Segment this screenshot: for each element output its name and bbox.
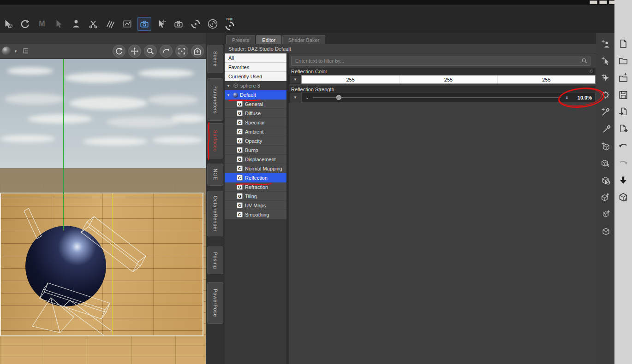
download-arrow-icon[interactable] [617, 174, 629, 186]
tab-nge[interactable]: NGE [207, 164, 223, 186]
group-specular[interactable]: GSpecular [225, 118, 286, 127]
section-options-icon[interactable] [589, 69, 594, 74]
color-blue-value[interactable]: 255 [498, 76, 595, 83]
figure-tool-icon[interactable] [69, 17, 83, 31]
group-ambient[interactable]: GAmbient [225, 127, 286, 136]
cloud [171, 114, 206, 123]
expander-icon[interactable]: ▼ [227, 84, 231, 88]
expander-icon[interactable]: ▼ [227, 93, 231, 97]
redo-icon[interactable] [617, 157, 629, 169]
node-selection-tool-icon[interactable] [1, 17, 15, 31]
filter-item-currently-used[interactable]: Currently Used [225, 72, 286, 81]
duf-save-icon[interactable]: DUF [223, 17, 237, 31]
group-label: Specular [245, 120, 265, 125]
slider-track[interactable] [313, 97, 561, 98]
cube-pin-icon[interactable] [600, 191, 612, 203]
cube-arrows-icon[interactable] [600, 208, 612, 220]
pan-icon[interactable] [128, 45, 141, 58]
group-diffuse[interactable]: GDiffuse [225, 109, 286, 118]
cube-icon[interactable] [600, 225, 612, 237]
group-tiling[interactable]: GTiling [225, 192, 286, 201]
tab-presets[interactable]: Presets [226, 35, 255, 44]
color-red-value[interactable]: 255 [302, 76, 399, 83]
cloud [152, 136, 203, 144]
export-icon[interactable] [617, 123, 629, 135]
wand-icon[interactable] [600, 123, 612, 135]
scale-tool-icon[interactable]: M [35, 17, 49, 31]
render-icon[interactable] [189, 17, 203, 31]
minimize-button[interactable] [590, 0, 597, 4]
add-cube-icon[interactable] [600, 140, 612, 152]
tree-node-sphere3[interactable]: ▼ sphere 3 [225, 81, 286, 90]
strength-dropdown-button[interactable]: ▼ [289, 93, 301, 102]
add-group-icon[interactable] [600, 38, 612, 50]
chart-tool-icon[interactable] [120, 17, 134, 31]
tab-posing[interactable]: Posing [207, 247, 223, 274]
slider-handle[interactable] [336, 95, 341, 100]
cloud [7, 67, 53, 75]
dformer-tool-icon[interactable] [103, 17, 117, 31]
frame-view-icon[interactable] [175, 45, 188, 58]
tree-node-default-material[interactable]: ▼ Default [225, 90, 286, 100]
title-bar [0, 0, 614, 5]
eyedropper-icon[interactable] [600, 106, 612, 118]
filter-input[interactable] [291, 56, 590, 66]
viewport-options-icon[interactable] [20, 47, 31, 56]
group-displacement[interactable]: GDisplacement [225, 155, 286, 164]
filter-item-favorites[interactable]: Favorites [225, 63, 286, 72]
import-icon[interactable] [617, 106, 629, 118]
search-icon [581, 58, 588, 64]
new-file-icon[interactable] [617, 38, 629, 50]
increment-button[interactable]: + [564, 95, 570, 100]
scene-view[interactable] [0, 59, 206, 364]
drawstyle-caret-icon[interactable]: ▼ [14, 49, 18, 53]
pointer-tool-icon[interactable] [155, 17, 168, 31]
burst-icon[interactable] [600, 72, 612, 84]
spot-render-tool-icon[interactable] [137, 17, 151, 31]
rotate-tool-icon[interactable] [18, 17, 32, 31]
tab-surfaces[interactable]: Surfaces [207, 123, 223, 159]
decrement-button[interactable]: - [305, 95, 310, 100]
color-green-value[interactable]: 255 [399, 76, 497, 83]
group-general[interactable]: GGeneral [225, 100, 286, 109]
strength-value[interactable]: 10.0% [573, 95, 592, 100]
merge-file-icon[interactable] [617, 72, 629, 84]
tab-shader-baker[interactable]: Shader Baker [282, 35, 325, 44]
group-opacity[interactable]: GOpacity [225, 136, 286, 146]
group-reflection[interactable]: GReflection [225, 173, 286, 182]
tab-editor[interactable]: Editor [256, 35, 281, 44]
group-bump[interactable]: GBump [225, 146, 286, 155]
cube-select-icon[interactable] [600, 157, 612, 169]
group-refraction[interactable]: GRefraction [225, 182, 286, 192]
main-toolbar: M DUF [0, 5, 614, 33]
gear-sphere-icon[interactable] [600, 89, 612, 101]
undo-icon[interactable] [617, 140, 629, 152]
package-icon[interactable] [617, 191, 629, 203]
translate-tool-icon[interactable] [52, 17, 66, 31]
reflection-strength-section: Reflection Strength [289, 86, 596, 93]
group-smoothing[interactable]: GSmoothing [225, 210, 286, 219]
tab-powerpose[interactable]: PowerPose [207, 282, 223, 324]
group-uv-maps[interactable]: GUV Maps [225, 201, 286, 210]
zoom-icon[interactable] [144, 45, 157, 58]
maximize-button[interactable] [599, 0, 607, 4]
tab-octanerender[interactable]: OctaneRender [207, 191, 223, 236]
render-settings-icon[interactable] [206, 17, 220, 31]
color-value-bar[interactable]: 255 255 255 [301, 75, 596, 84]
surface-selection-tool-icon[interactable] [86, 17, 100, 31]
open-folder-icon[interactable] [617, 55, 629, 67]
color-dropdown-button[interactable]: ▼ [289, 75, 301, 84]
save-icon[interactable] [617, 89, 629, 101]
camera-icon[interactable] [172, 17, 185, 31]
add-pointer-icon[interactable] [600, 55, 612, 67]
y-axis-guide-line [63, 59, 64, 230]
filter-item-all[interactable]: All [225, 53, 286, 63]
tab-scene[interactable]: Scene [207, 45, 223, 73]
home-view-icon[interactable] [191, 45, 204, 58]
rotate-view-icon[interactable] [160, 45, 173, 58]
group-normal-mapping[interactable]: GNormal Mapping [225, 164, 286, 173]
orbit-icon[interactable] [113, 45, 125, 58]
drawstyle-menu-icon[interactable] [2, 47, 11, 56]
cube-target-icon[interactable] [600, 174, 612, 186]
tab-parameters[interactable]: Parameters [207, 78, 223, 121]
